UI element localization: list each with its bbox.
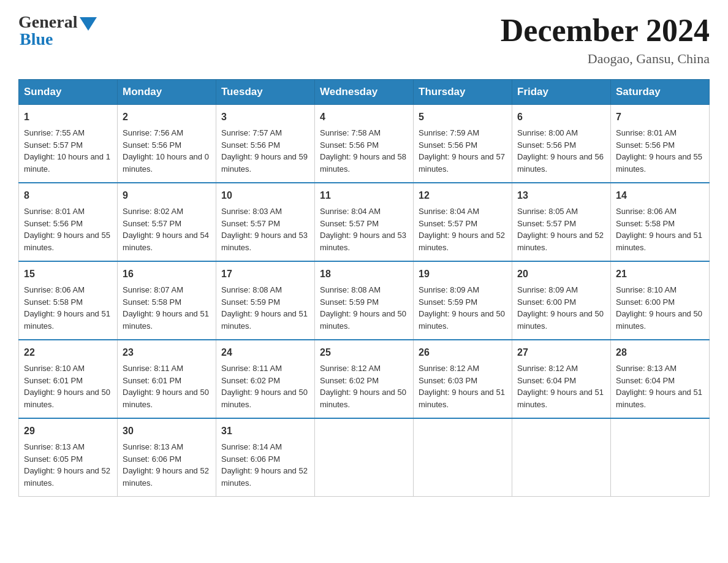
sunrise-label: Sunrise: 8:12 AM — [517, 364, 578, 373]
daylight-label: Daylight: 9 hours and 51 minutes. — [419, 388, 505, 409]
calendar-cell: 14 Sunrise: 8:06 AM Sunset: 5:58 PM Dayl… — [611, 183, 710, 261]
sunrise-label: Sunrise: 8:09 AM — [517, 285, 578, 294]
day-number: 16 — [123, 267, 211, 282]
sunset-label: Sunset: 5:57 PM — [221, 219, 280, 228]
calendar-cell: 1 Sunrise: 7:55 AM Sunset: 5:57 PM Dayli… — [19, 105, 118, 183]
calendar-cell: 5 Sunrise: 7:59 AM Sunset: 5:56 PM Dayli… — [414, 105, 512, 183]
sunset-label: Sunset: 5:56 PM — [221, 140, 280, 150]
calendar-cell: 7 Sunrise: 8:01 AM Sunset: 5:56 PM Dayli… — [611, 105, 710, 183]
sunrise-label: Sunrise: 8:11 AM — [123, 364, 183, 373]
daylight-label: Daylight: 9 hours and 52 minutes. — [419, 231, 505, 252]
calendar-table: Sunday Monday Tuesday Wednesday Thursday… — [18, 79, 710, 497]
calendar-cell — [414, 418, 512, 497]
calendar-cell — [512, 418, 611, 497]
calendar-cell: 19 Sunrise: 8:09 AM Sunset: 5:59 PM Dayl… — [414, 261, 512, 340]
sunrise-label: Sunrise: 8:13 AM — [123, 442, 183, 451]
sunrise-label: Sunrise: 8:06 AM — [24, 285, 85, 294]
day-number: 7 — [616, 110, 704, 124]
sunset-label: Sunset: 6:05 PM — [24, 454, 83, 464]
sunset-label: Sunset: 5:56 PM — [123, 140, 181, 150]
day-number: 26 — [419, 345, 507, 360]
day-number: 11 — [320, 188, 408, 203]
day-number: 19 — [419, 267, 507, 282]
daylight-label: Daylight: 10 hours and 1 minute. — [24, 152, 110, 174]
day-number: 1 — [24, 110, 112, 124]
sunrise-label: Sunrise: 7:57 AM — [221, 128, 282, 137]
sunrise-label: Sunrise: 8:01 AM — [24, 207, 85, 216]
sunset-label: Sunset: 6:01 PM — [123, 376, 181, 385]
calendar-cell: 17 Sunrise: 8:08 AM Sunset: 5:59 PM Dayl… — [216, 261, 315, 340]
sunrise-label: Sunrise: 8:11 AM — [221, 364, 282, 373]
col-monday: Monday — [118, 80, 216, 105]
sunrise-label: Sunrise: 8:02 AM — [123, 207, 183, 216]
day-number: 25 — [320, 345, 408, 360]
sunset-label: Sunset: 5:56 PM — [320, 140, 379, 150]
calendar-week-2: 8 Sunrise: 8:01 AM Sunset: 5:56 PM Dayli… — [19, 183, 710, 261]
calendar-cell: 13 Sunrise: 8:05 AM Sunset: 5:57 PM Dayl… — [512, 183, 611, 261]
sunrise-label: Sunrise: 8:03 AM — [221, 207, 282, 216]
sunset-label: Sunset: 5:57 PM — [123, 219, 181, 228]
day-number: 14 — [616, 188, 704, 203]
sunset-label: Sunset: 5:58 PM — [123, 297, 181, 307]
calendar-week-5: 29 Sunrise: 8:13 AM Sunset: 6:05 PM Dayl… — [19, 418, 710, 497]
sunrise-label: Sunrise: 8:12 AM — [419, 364, 479, 373]
calendar-cell: 21 Sunrise: 8:10 AM Sunset: 6:00 PM Dayl… — [611, 261, 710, 340]
calendar-cell: 11 Sunrise: 8:04 AM Sunset: 5:57 PM Dayl… — [315, 183, 414, 261]
calendar-cell: 23 Sunrise: 8:11 AM Sunset: 6:01 PM Dayl… — [118, 340, 216, 418]
daylight-label: Daylight: 9 hours and 50 minutes. — [320, 309, 406, 331]
calendar-week-1: 1 Sunrise: 7:55 AM Sunset: 5:57 PM Dayli… — [19, 105, 710, 183]
daylight-label: Daylight: 9 hours and 51 minutes. — [517, 388, 604, 409]
calendar-cell: 8 Sunrise: 8:01 AM Sunset: 5:56 PM Dayli… — [19, 183, 118, 261]
calendar-week-3: 15 Sunrise: 8:06 AM Sunset: 5:58 PM Dayl… — [19, 261, 710, 340]
calendar-cell: 3 Sunrise: 7:57 AM Sunset: 5:56 PM Dayli… — [216, 105, 315, 183]
day-number: 17 — [221, 267, 309, 282]
sunset-label: Sunset: 6:04 PM — [616, 376, 675, 385]
calendar-cell — [611, 418, 710, 497]
sunrise-label: Sunrise: 8:04 AM — [320, 207, 381, 216]
sunset-label: Sunset: 6:01 PM — [24, 376, 83, 385]
calendar-cell: 25 Sunrise: 8:12 AM Sunset: 6:02 PM Dayl… — [315, 340, 414, 418]
daylight-label: Daylight: 9 hours and 50 minutes. — [221, 388, 308, 409]
col-tuesday: Tuesday — [216, 80, 315, 105]
daylight-label: Daylight: 9 hours and 51 minutes. — [616, 231, 702, 252]
sunset-label: Sunset: 5:56 PM — [419, 140, 477, 150]
calendar-cell: 31 Sunrise: 8:14 AM Sunset: 6:06 PM Dayl… — [216, 418, 315, 497]
calendar-cell: 27 Sunrise: 8:12 AM Sunset: 6:04 PM Dayl… — [512, 340, 611, 418]
logo: General Blue — [18, 12, 97, 49]
calendar-cell: 30 Sunrise: 8:13 AM Sunset: 6:06 PM Dayl… — [118, 418, 216, 497]
sunset-label: Sunset: 5:56 PM — [616, 140, 675, 150]
sunset-label: Sunset: 5:59 PM — [221, 297, 280, 307]
col-friday: Friday — [512, 80, 611, 105]
day-number: 24 — [221, 345, 309, 360]
day-number: 28 — [616, 345, 704, 360]
day-number: 3 — [221, 110, 309, 124]
day-number: 21 — [616, 267, 704, 282]
calendar-cell: 10 Sunrise: 8:03 AM Sunset: 5:57 PM Dayl… — [216, 183, 315, 261]
sunrise-label: Sunrise: 7:58 AM — [320, 128, 381, 137]
sunrise-label: Sunrise: 7:55 AM — [24, 128, 85, 137]
daylight-label: Daylight: 9 hours and 52 minutes. — [123, 466, 209, 488]
sunrise-label: Sunrise: 8:08 AM — [320, 285, 381, 294]
day-number: 30 — [123, 424, 211, 439]
sunset-label: Sunset: 6:00 PM — [517, 297, 576, 307]
daylight-label: Daylight: 9 hours and 53 minutes. — [320, 231, 406, 252]
sunrise-label: Sunrise: 8:10 AM — [616, 285, 677, 294]
sunrise-label: Sunrise: 7:56 AM — [123, 128, 183, 137]
day-number: 27 — [517, 345, 605, 360]
sunrise-label: Sunrise: 8:01 AM — [616, 128, 677, 137]
col-thursday: Thursday — [414, 80, 512, 105]
sunset-label: Sunset: 5:57 PM — [517, 219, 576, 228]
sunset-label: Sunset: 5:59 PM — [320, 297, 379, 307]
title-section: December 2024 Daogao, Gansu, China — [501, 12, 710, 67]
day-number: 2 — [123, 110, 211, 124]
sunrise-label: Sunrise: 8:13 AM — [616, 364, 677, 373]
daylight-label: Daylight: 9 hours and 50 minutes. — [517, 309, 604, 331]
calendar-cell: 4 Sunrise: 7:58 AM Sunset: 5:56 PM Dayli… — [315, 105, 414, 183]
sunset-label: Sunset: 6:03 PM — [419, 376, 477, 385]
sunrise-label: Sunrise: 7:59 AM — [419, 128, 479, 137]
daylight-label: Daylight: 10 hours and 0 minutes. — [123, 152, 209, 174]
calendar-cell: 20 Sunrise: 8:09 AM Sunset: 6:00 PM Dayl… — [512, 261, 611, 340]
sunset-label: Sunset: 6:02 PM — [221, 376, 280, 385]
calendar-cell: 6 Sunrise: 8:00 AM Sunset: 5:56 PM Dayli… — [512, 105, 611, 183]
daylight-label: Daylight: 9 hours and 54 minutes. — [123, 231, 209, 252]
